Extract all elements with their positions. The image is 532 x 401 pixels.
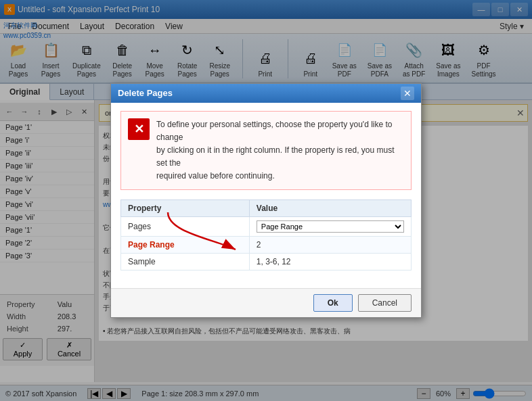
dialog-close-button[interactable]: ✕ (401, 87, 414, 100)
table-row-sample: Sample 1, 3-6, 12 (121, 254, 412, 270)
col-value-header: Value (249, 200, 411, 217)
pages-value-cell[interactable]: Page Range All Pages Current Page (249, 217, 411, 237)
pages-select[interactable]: Page Range All Pages Current Page (257, 220, 404, 233)
table-row-pages: Pages Page Range All Pages Current Page (121, 217, 412, 237)
modal-overlay: Delete Pages ✕ ✕ To define your personal… (0, 0, 532, 401)
dialog-info-text: To define your personal settings, choose… (156, 118, 404, 183)
dialog-footer: Ok Cancel (111, 288, 421, 317)
dialog-warning-icon: ✕ (128, 118, 150, 140)
page-range-value-cell[interactable]: 2 (249, 237, 411, 254)
table-row-page-range: Page Range 2 (121, 237, 412, 254)
page-range-property-cell: Page Range (121, 237, 250, 254)
sample-property-cell: Sample (121, 254, 250, 270)
col-property-header: Property (121, 200, 250, 217)
dialog-titlebar: Delete Pages ✕ (111, 84, 421, 103)
sample-value-cell: 1, 3-6, 12 (249, 254, 411, 270)
pages-dropdown-container: Page Range All Pages Current Page (257, 220, 404, 233)
dialog-body: ✕ To define your personal settings, choo… (111, 103, 421, 289)
delete-pages-dialog: Delete Pages ✕ ✕ To define your personal… (110, 83, 422, 319)
dialog-title: Delete Pages (118, 88, 173, 98)
dialog-property-table: Property Value Pages Page Range All Page… (120, 199, 412, 270)
pages-property-cell: Pages (121, 217, 250, 237)
dialog-cancel-button[interactable]: Cancel (358, 294, 412, 312)
dialog-info-box: ✕ To define your personal settings, choo… (120, 111, 412, 191)
dialog-ok-button[interactable]: Ok (313, 294, 353, 312)
